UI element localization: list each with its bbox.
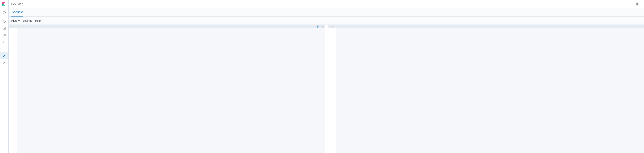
sidebar-item-visualize[interactable] — [0, 25, 8, 32]
letter-icon: L — [2, 47, 6, 50]
chart-icon — [3, 27, 6, 30]
gutter — [328, 28, 336, 153]
sidebar-item-management[interactable] — [0, 59, 8, 66]
clock-icon — [3, 11, 6, 14]
settings-button[interactable]: Settings — [23, 19, 32, 22]
gutter — [9, 28, 17, 153]
svg-rect-2 — [3, 34, 4, 35]
compass-icon — [3, 20, 6, 23]
editor-actions — [316, 25, 324, 28]
svg-rect-4 — [3, 35, 5, 36]
sidebar-item-devtools[interactable] — [0, 52, 8, 59]
kibana-logo[interactable] — [0, 0, 9, 8]
svg-point-5 — [4, 62, 4, 63]
page-title: Dev Tools — [11, 2, 634, 6]
options-button[interactable] — [320, 25, 324, 28]
main: Dev Tools Console History Settings Help … — [9, 0, 644, 153]
help-button[interactable]: Help — [35, 19, 41, 22]
gear-icon — [3, 61, 6, 64]
wrench-icon — [3, 54, 6, 57]
request-editor-textarea[interactable] — [17, 28, 325, 153]
editor-first-line: 1 — [328, 25, 644, 28]
gutter-line-number: 1 — [9, 25, 17, 28]
dashboard-icon — [3, 34, 6, 36]
history-button[interactable]: History — [11, 19, 20, 22]
tab-console[interactable]: Console — [11, 8, 24, 16]
account-menu-button[interactable] — [634, 0, 641, 8]
sidebar-item-dashboard[interactable] — [0, 32, 8, 38]
kibana-logo-icon — [2, 2, 6, 6]
editor-body — [328, 28, 644, 153]
sidebar-item-discover[interactable] — [0, 18, 8, 25]
svg-point-7 — [637, 4, 638, 4]
header: Dev Tools — [9, 0, 644, 8]
editors-container: 1 — [9, 25, 644, 153]
sidebar: L — [0, 0, 9, 153]
send-request-button[interactable] — [316, 25, 320, 28]
sidebar-item-custom[interactable]: L — [0, 46, 8, 52]
svg-rect-3 — [4, 34, 5, 35]
shield-icon — [3, 40, 6, 44]
play-icon — [317, 25, 319, 28]
tab-bar: Console — [9, 8, 644, 17]
wrench-small-icon — [321, 25, 324, 28]
gutter-line-number: 1 — [328, 25, 336, 28]
lifebuoy-icon — [636, 2, 640, 6]
editor-splitter[interactable] — [325, 25, 328, 153]
sidebar-item-canvas[interactable] — [0, 38, 8, 46]
tab-label: Console — [12, 10, 23, 14]
console-toolbar: History Settings Help — [9, 17, 644, 25]
editor-first-line: 1 — [9, 25, 325, 28]
request-editor[interactable]: 1 — [9, 25, 325, 153]
editor-body[interactable] — [9, 28, 325, 153]
sidebar-divider — [0, 17, 8, 17]
response-editor-textarea — [336, 28, 644, 153]
sidebar-item-recently-viewed[interactable] — [0, 9, 8, 16]
response-editor: 1 — [328, 25, 644, 153]
